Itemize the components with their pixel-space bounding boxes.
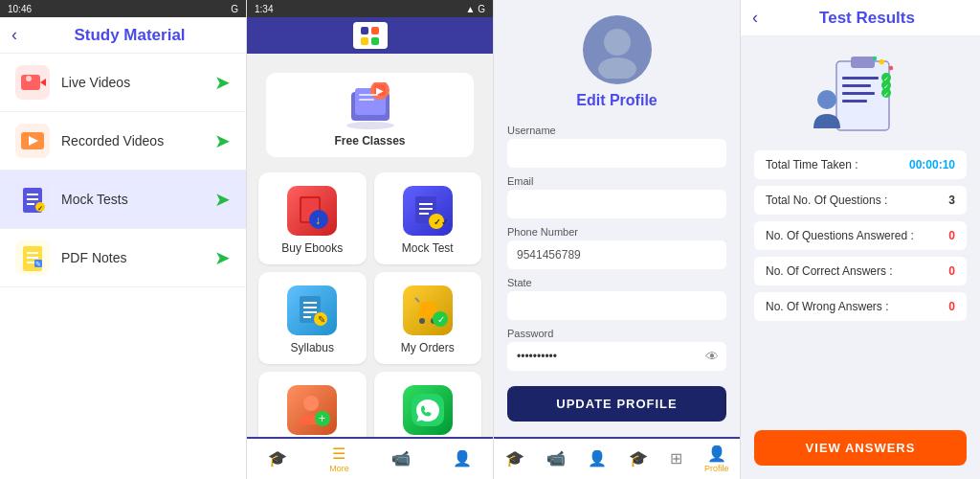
- edit-profile-title: Edit Profile: [576, 92, 657, 109]
- my-orders-icon: ✓: [403, 285, 453, 335]
- grid-item-invite-friends[interactable]: + Invite Friends: [258, 372, 367, 437]
- menu-item-recorded-videos[interactable]: Recorded Videos ➤: [0, 112, 246, 171]
- panel3-nav-home[interactable]: 🎓: [500, 447, 530, 470]
- svg-point-17: [346, 122, 394, 129]
- free-classes-icon: ▶: [342, 82, 399, 130]
- live-videos-arrow: ➤: [214, 71, 231, 94]
- panel3-nav-grid[interactable]: ⊞: [664, 447, 688, 470]
- panel4-header: ‹ Test Results: [741, 0, 980, 36]
- svg-rect-52: [836, 61, 889, 130]
- wrong-value: 0: [948, 300, 955, 313]
- dot1: [361, 27, 368, 34]
- svg-point-46: [303, 396, 319, 411]
- dot2: [371, 27, 379, 34]
- mock-test-label: Mock Test: [402, 241, 454, 255]
- grid-item-buy-ebooks[interactable]: ↓ Buy Ebooks: [258, 172, 367, 264]
- more-nav-label: More: [329, 464, 349, 473]
- back-button-1[interactable]: ‹: [11, 25, 17, 45]
- menu-item-mock-tests[interactable]: ✓ Mock Tests ➤: [0, 171, 246, 229]
- password-input[interactable]: [507, 342, 726, 371]
- grid-item-my-orders[interactable]: ✓ My Orders: [374, 272, 482, 364]
- menu-item-live-videos[interactable]: Live Videos ➤: [0, 54, 246, 112]
- results-svg: ✓ ✓ ✓: [808, 52, 913, 143]
- time-taken-label: Total Time Taken :: [766, 158, 909, 171]
- status-icons-1: G: [231, 4, 238, 14]
- p3-profile-icon: 👤: [588, 449, 607, 468]
- panel3-nav-cap[interactable]: 🎓: [623, 447, 654, 470]
- test-results-panel: ‹ Test Results ✓ ✓ ✓: [741, 0, 980, 479]
- username-label: Username: [507, 125, 726, 136]
- panel1-title: Study Material: [25, 26, 234, 45]
- svg-rect-23: [359, 94, 378, 96]
- result-time-taken: Total Time Taken : 00:00:10: [754, 150, 967, 179]
- bottom-nav-video[interactable]: 📹: [386, 447, 416, 470]
- study-material-panel: 10:46 G ‹ Study Material Live Videos ➤ R…: [0, 0, 247, 479]
- phone-input[interactable]: [507, 240, 726, 269]
- video-nav-icon: 📹: [391, 449, 411, 468]
- recorded-videos-arrow: ➤: [214, 129, 231, 152]
- results-list: Total Time Taken : 00:00:10 Total No. Of…: [741, 150, 980, 422]
- p3-profiletab-icon: 👤: [707, 445, 726, 463]
- correct-value: 0: [948, 264, 955, 278]
- results-illustration: ✓ ✓ ✓: [741, 36, 980, 150]
- time-1: 10:46: [8, 4, 32, 14]
- my-orders-label: My Orders: [401, 341, 455, 354]
- svg-text:✓: ✓: [883, 91, 889, 98]
- back-button-4[interactable]: ‹: [752, 8, 758, 28]
- svg-text:✓✓: ✓✓: [434, 217, 448, 227]
- syllabus-label: Syllabus: [291, 341, 334, 354]
- panel3-nav-profile[interactable]: 👤: [582, 447, 612, 470]
- svg-rect-55: [842, 77, 879, 80]
- app-menu-panel: 1:34 ▲ G ▶ Free C: [247, 0, 494, 479]
- update-profile-button[interactable]: UPDATE PROFILE: [507, 386, 726, 422]
- bottom-nav-home[interactable]: 🎓: [262, 447, 293, 470]
- mock-tests-arrow: ➤: [214, 188, 231, 211]
- p3-grid-icon: ⊞: [670, 449, 682, 468]
- result-total-questions: Total No. Of Questions : 3: [754, 186, 967, 215]
- mock-tests-icon: ✓: [15, 182, 50, 217]
- result-wrong: No. Of Wrong Answers : 0: [754, 292, 967, 321]
- svg-text:✎: ✎: [318, 314, 325, 325]
- svg-rect-56: [842, 84, 871, 87]
- state-input[interactable]: [507, 291, 726, 320]
- svg-text:✓: ✓: [437, 314, 445, 325]
- password-row: 👁: [507, 342, 726, 371]
- panel3-nav-profile-tab[interactable]: 👤 Profile: [699, 443, 735, 475]
- bottom-nav-more[interactable]: ☰ More: [323, 443, 355, 475]
- password-label: Password: [507, 328, 726, 339]
- svg-point-51: [598, 57, 636, 79]
- svg-marker-1: [40, 79, 46, 86]
- svg-text:↓: ↓: [315, 214, 321, 227]
- bottom-nav-profile[interactable]: 👤: [447, 447, 478, 470]
- grid-item-mock-test[interactable]: ✓✓ Mock Test: [374, 172, 482, 264]
- correct-label: No. Of Correct Answers :: [766, 264, 948, 278]
- panel2-bottom-nav: 🎓 ☰ More 📹 👤: [247, 437, 493, 479]
- p3-cap-icon: 🎓: [629, 449, 648, 468]
- menu-item-pdf-notes[interactable]: ✎ PDF Notes ➤: [0, 229, 246, 287]
- result-correct: No. Of Correct Answers : 0: [754, 257, 967, 285]
- status-bar-1: 10:46 G: [0, 0, 246, 17]
- panel3-nav-video[interactable]: 📹: [541, 447, 571, 470]
- grid-item-whatsapp-us[interactable]: Whatsapp Us: [374, 372, 482, 437]
- username-input[interactable]: [507, 139, 726, 168]
- answered-label: No. Of Questions Answered :: [766, 229, 948, 242]
- live-videos-label: Live Videos: [61, 75, 214, 90]
- p3-home-icon: 🎓: [505, 449, 524, 468]
- wrong-label: No. Of Wrong Answers :: [766, 300, 948, 313]
- grid-item-syllabus[interactable]: ✎ Syllabus: [258, 272, 367, 364]
- state-label: State: [507, 277, 726, 288]
- total-questions-value: 3: [948, 194, 955, 207]
- answered-value: 0: [948, 229, 955, 242]
- eye-icon[interactable]: 👁: [705, 349, 719, 364]
- svg-rect-58: [842, 100, 867, 103]
- free-classes-label: Free Classes: [334, 134, 405, 148]
- status-bar-2: 1:34 ▲ G: [247, 0, 493, 17]
- home-nav-icon: 🎓: [268, 449, 287, 468]
- email-input[interactable]: [507, 190, 726, 218]
- app-logo: [353, 22, 388, 49]
- time-taken-value: 00:00:10: [909, 158, 955, 171]
- view-answers-button[interactable]: VIEW ANSWERS: [754, 430, 967, 466]
- panel2-topbar: [247, 17, 493, 54]
- grid-item-free-classes[interactable]: ▶ Free Classes: [266, 73, 474, 157]
- status-icons-2: ▲ G: [466, 4, 485, 14]
